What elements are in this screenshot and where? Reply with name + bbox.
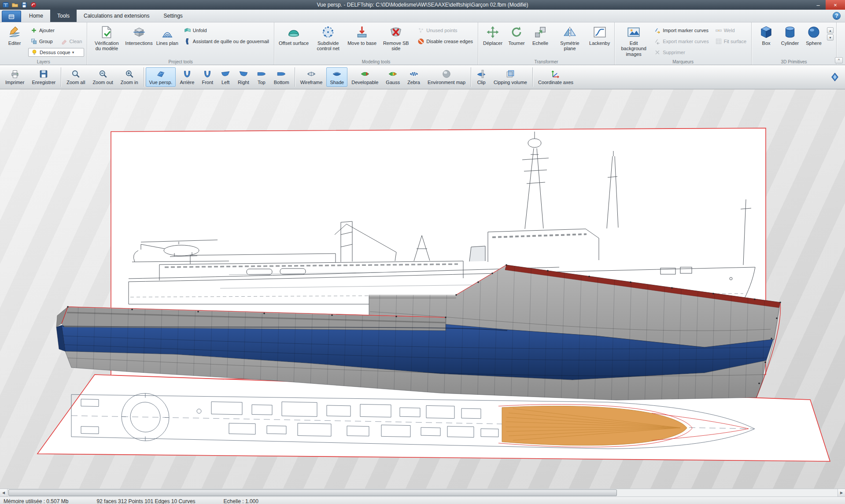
tab-settings[interactable]: Settings (156, 10, 189, 22)
tab-tools[interactable]: Tools (50, 10, 77, 22)
wireframe-button[interactable]: Wireframe (297, 67, 326, 87)
scroll-left-icon[interactable]: ◀ (0, 489, 7, 497)
subdivide-button[interactable]: Subdivide control net (310, 24, 346, 53)
zoom-in-label: Zoom in (121, 80, 138, 85)
group-title-marqueurs: Marqueurs (615, 59, 751, 64)
help-button[interactable]: ? (833, 12, 841, 20)
viewport-3d[interactable] (0, 89, 845, 489)
back-view-button[interactable]: Arrière (176, 67, 198, 87)
shade-button[interactable]: Shade (326, 67, 347, 87)
sphere-primitive-button[interactable]: Sphere (802, 24, 826, 47)
group-title-modeling-tools: Modeling tools (274, 59, 478, 64)
lines-plan-button[interactable]: Lines plan (155, 24, 180, 47)
edit-background-images-button[interactable]: Edit background images (617, 24, 650, 58)
rotate-button[interactable]: Tourner (505, 24, 528, 47)
clipping-volume-icon (506, 69, 515, 79)
unused-points-button[interactable]: Unused points (415, 26, 475, 35)
front-view-button[interactable]: Front (198, 67, 217, 87)
print-button[interactable]: Imprimer (2, 67, 28, 87)
perspective-view-icon (156, 69, 166, 79)
weld-button[interactable]: Weld (713, 26, 749, 35)
export-marker-curves-label: Export marker curves (663, 39, 709, 44)
bottom-view-button[interactable]: Bottom (270, 67, 293, 87)
tab-home[interactable]: Home (22, 10, 50, 22)
fit-surface-label: Fit surface (724, 39, 746, 44)
keel-rudder-wizard-button[interactable]: Assistant de quille ou de gouvernail (182, 37, 271, 46)
delete-markers-button[interactable]: Supprimer (652, 48, 711, 57)
save-button[interactable]: Enregistrer (28, 67, 59, 87)
scale-icon (533, 25, 547, 39)
perspective-view-button[interactable]: Vue persp. (146, 67, 176, 87)
active-layer-select[interactable]: Dessus coque ▾ (28, 48, 84, 57)
clipping-volume-button[interactable]: Cipping volume (490, 67, 531, 87)
unused-points-icon (417, 27, 424, 34)
shade-icon (332, 69, 342, 79)
zebra-button[interactable]: Zebra (404, 67, 424, 87)
model-check-button[interactable]: Vérification du modèle (90, 24, 123, 53)
mirror-icon (563, 25, 577, 39)
scrollbar-thumb[interactable] (8, 489, 617, 496)
group-layers-label: Group (39, 39, 53, 44)
markers-column-b: Weld Fit surface (713, 24, 749, 46)
scale-button[interactable]: Echelle (528, 24, 552, 47)
view-toolbar: Imprimer Enregistrer Zoom all Zoom out Z… (0, 65, 845, 89)
zoom-all-button[interactable]: Zoom all (63, 67, 89, 87)
scroll-right-icon[interactable]: ▶ (838, 489, 845, 497)
front-view-label: Front (202, 80, 213, 85)
window-controls: – × (811, 0, 845, 10)
front-view-icon (203, 69, 212, 79)
ribbon-collapse-icon[interactable]: ^ (835, 57, 843, 63)
wireframe-icon (306, 69, 316, 79)
minimize-button[interactable]: – (811, 0, 826, 10)
lackenby-button[interactable]: Lackenby (587, 24, 612, 47)
coordinate-axes-button[interactable]: Coordinate axes (535, 67, 577, 87)
cylinder-primitive-button[interactable]: Cylinder (778, 24, 802, 47)
clip-button[interactable]: Clip (473, 67, 490, 87)
quick-access-toolbar (0, 1, 37, 8)
clean-layers-label: Clean (70, 39, 82, 44)
fit-surface-button[interactable]: Fit surface (713, 37, 749, 46)
spinner-up-icon[interactable]: ▴ (827, 27, 834, 33)
mirror-label: Symétrie plane (554, 40, 586, 52)
left-view-button[interactable]: Left (217, 67, 234, 87)
unfold-button[interactable]: Unfold (182, 26, 271, 35)
coordinate-axes-icon (551, 69, 561, 79)
horizontal-scrollbar[interactable]: ◀ ▶ (0, 489, 845, 497)
bottom-view-icon (277, 69, 286, 79)
tab-calculations[interactable]: Calculations and extensions (77, 10, 156, 22)
save-file-icon[interactable] (21, 1, 28, 8)
open-file-icon[interactable] (11, 1, 18, 8)
mirror-button[interactable]: Symétrie plane (552, 24, 587, 53)
import-marker-curves-button[interactable]: Import marker curves (652, 26, 711, 35)
disable-crease-edges-button[interactable]: Disable crease edges (415, 37, 475, 46)
export-marker-curves-button[interactable]: Export marker curves (652, 37, 711, 46)
move-button[interactable]: Déplacer (481, 24, 505, 47)
offset-surface-button[interactable]: Offset surface (277, 24, 310, 47)
group-title-transformer: Transformer (478, 59, 614, 64)
move-to-base-button[interactable]: Move to base (346, 24, 378, 47)
fit-surface-icon (715, 38, 722, 45)
remove-sb-side-button[interactable]: Remove SB side (378, 24, 413, 53)
add-layer-button[interactable]: Ajouter (28, 26, 84, 35)
box-primitive-label: Box (762, 40, 771, 46)
sphere-primitive-label: Sphere (806, 40, 821, 46)
clean-layers-button[interactable]: Clean (59, 37, 85, 46)
ribbon-group-3d-primitives: Box Cylinder Sphere ▴ ▾ 3D Primitives (752, 22, 837, 65)
app-menu-button[interactable] (2, 11, 21, 22)
developable-button[interactable]: Developable (348, 67, 382, 87)
edit-layers-button[interactable]: Editer (3, 24, 26, 47)
spinner-down-icon[interactable]: ▾ (827, 34, 834, 40)
close-button[interactable]: × (826, 0, 845, 10)
box-primitive-button[interactable]: Box (754, 24, 778, 47)
lines-plan-icon (160, 25, 174, 39)
app-icon[interactable] (2, 1, 9, 8)
group-layers-button[interactable]: Group (28, 37, 55, 46)
intersections-button[interactable]: Intersections (123, 24, 154, 47)
environment-map-button[interactable]: Environment map (424, 67, 469, 87)
gauss-button[interactable]: Gauss (382, 67, 403, 87)
zoom-in-button[interactable]: Zoom in (117, 67, 142, 87)
right-view-button[interactable]: Right (234, 67, 253, 87)
top-view-button[interactable]: Top (253, 67, 270, 87)
zoom-out-button[interactable]: Zoom out (89, 67, 116, 87)
clipping-volume-label: Cipping volume (494, 80, 527, 85)
